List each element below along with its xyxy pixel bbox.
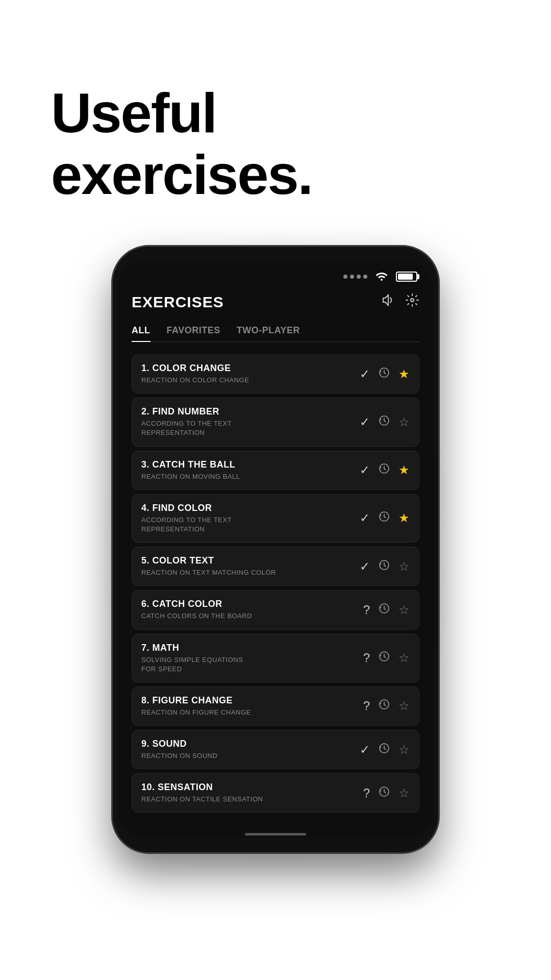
exercise-actions-7: ? ☆: [363, 650, 410, 666]
exercise-item-4[interactable]: 4. FIND COLOR ACCORDING TO THE TEXTREPRE…: [132, 494, 419, 543]
battery-fill: [398, 274, 413, 280]
home-indicator: [117, 827, 434, 839]
favorite-icon-6[interactable]: ☆: [398, 603, 410, 617]
page-title: Useful exercises.: [51, 82, 500, 205]
status-question-icon-8: ?: [363, 699, 370, 713]
exercise-text-3: 3. CATCH THE BALL REACTION ON MOVING BAL…: [141, 459, 354, 481]
page-header: Useful exercises.: [0, 0, 551, 246]
wifi-icon: [374, 270, 389, 284]
app-title: EXERCISES: [132, 293, 224, 311]
history-icon-7[interactable]: [378, 650, 390, 666]
exercise-name-6: 6. CATCH COLOR: [141, 599, 357, 609]
exercise-item-9[interactable]: 9. SOUND REACTION ON SOUND ✓: [132, 730, 419, 769]
exercise-item-7[interactable]: 7. MATH SOLVING SIMPLE EQUATIONSFOR SPEE…: [132, 634, 419, 682]
status-check-icon-9: ✓: [360, 743, 370, 757]
exercise-actions-6: ? ☆: [363, 602, 410, 618]
exercise-desc-6: CATCH COLORS ON THE BOARD: [141, 611, 357, 621]
history-icon-3[interactable]: [378, 462, 390, 478]
favorite-icon-3[interactable]: ★: [398, 463, 410, 477]
favorite-icon-10[interactable]: ☆: [398, 786, 410, 800]
home-bar: [245, 833, 306, 836]
exercise-desc-5: REACTION ON TEXT MATCHING COLOR: [141, 568, 354, 577]
favorite-icon-4[interactable]: ★: [398, 511, 410, 525]
history-icon-2[interactable]: [378, 414, 390, 430]
exercise-item-1[interactable]: 1. COLOR CHANGE REACTION ON COLOR CHANGE…: [132, 354, 419, 394]
history-icon-10[interactable]: [378, 786, 390, 801]
exercise-list: 1. COLOR CHANGE REACTION ON COLOR CHANGE…: [132, 354, 419, 813]
history-icon-4[interactable]: [378, 510, 390, 526]
exercise-name-5: 5. COLOR TEXT: [141, 555, 354, 566]
tab-two-player[interactable]: TWO-PLAYER: [237, 325, 300, 342]
history-icon-1[interactable]: [378, 366, 390, 382]
signal-dot-4: [363, 275, 367, 279]
exercise-item-10[interactable]: 10. SENSATION REACTION ON TACTILE SENSAT…: [132, 773, 419, 813]
exercise-desc-10: REACTION ON TACTILE SENSATION: [141, 795, 357, 804]
tab-all[interactable]: ALL: [132, 325, 151, 342]
history-icon-6[interactable]: [378, 602, 390, 618]
exercise-desc-1: REACTION ON COLOR CHANGE: [141, 376, 354, 385]
app-header-bar: EXERCISES: [132, 293, 419, 311]
favorite-icon-5[interactable]: ☆: [398, 559, 410, 574]
exercise-text-9: 9. SOUND REACTION ON SOUND: [141, 739, 354, 761]
settings-icon[interactable]: [405, 293, 419, 311]
favorite-icon-2[interactable]: ☆: [398, 415, 410, 429]
status-bar: [117, 260, 434, 288]
exercise-actions-10: ? ☆: [363, 786, 410, 801]
history-icon-5[interactable]: [378, 559, 390, 574]
signal-dot-2: [350, 275, 354, 279]
status-check-icon-2: ✓: [360, 415, 370, 429]
sound-icon[interactable]: [381, 293, 395, 311]
phone-mockup: EXERCISES: [102, 246, 449, 853]
exercise-item-5[interactable]: 5. COLOR TEXT REACTION ON TEXT MATCHING …: [132, 547, 419, 586]
app-content: EXERCISES: [117, 288, 434, 827]
exercise-text-6: 6. CATCH COLOR CATCH COLORS ON THE BOARD: [141, 599, 357, 621]
exercise-actions-4: ✓ ★: [360, 510, 410, 526]
header-icons: [381, 293, 419, 311]
exercise-actions-1: ✓ ★: [360, 366, 410, 382]
status-check-icon-5: ✓: [360, 559, 370, 574]
phone-screen: EXERCISES: [117, 260, 434, 839]
status-check-icon-3: ✓: [360, 463, 370, 477]
exercise-name-8: 8. FIGURE CHANGE: [141, 695, 357, 706]
exercise-item-6[interactable]: 6. CATCH COLOR CATCH COLORS ON THE BOARD…: [132, 590, 419, 629]
exercise-actions-9: ✓ ☆: [360, 742, 410, 757]
favorite-icon-8[interactable]: ☆: [398, 699, 410, 713]
status-question-icon-6: ?: [363, 603, 370, 617]
exercise-actions-2: ✓ ☆: [360, 414, 410, 430]
exercise-text-10: 10. SENSATION REACTION ON TACTILE SENSAT…: [141, 782, 357, 804]
exercise-name-9: 9. SOUND: [141, 739, 354, 749]
tab-favorites[interactable]: FAVORITES: [167, 325, 220, 342]
exercise-actions-8: ? ☆: [363, 698, 410, 714]
exercise-desc-7: SOLVING SIMPLE EQUATIONSFOR SPEED: [141, 655, 357, 674]
exercise-name-7: 7. MATH: [141, 643, 357, 653]
exercise-item-8[interactable]: 8. FIGURE CHANGE REACTION ON FIGURE CHAN…: [132, 687, 419, 726]
exercise-text-8: 8. FIGURE CHANGE REACTION ON FIGURE CHAN…: [141, 695, 357, 717]
status-check-icon-1: ✓: [360, 367, 370, 381]
status-question-icon-10: ?: [363, 786, 370, 800]
tab-bar: ALL FAVORITES TWO-PLAYER: [132, 325, 419, 342]
exercise-name-2: 2. FIND NUMBER: [141, 406, 354, 417]
exercise-text-7: 7. MATH SOLVING SIMPLE EQUATIONSFOR SPEE…: [141, 643, 357, 674]
status-check-icon-4: ✓: [360, 511, 370, 525]
svg-point-0: [411, 299, 414, 302]
status-question-icon-7: ?: [363, 651, 370, 665]
history-icon-8[interactable]: [378, 698, 390, 714]
exercise-desc-4: ACCORDING TO THE TEXTREPRESENTATION: [141, 516, 354, 534]
history-icon-9[interactable]: [378, 742, 390, 757]
battery-icon: [396, 272, 417, 282]
favorite-icon-1[interactable]: ★: [398, 367, 410, 381]
signal-dot-1: [343, 275, 347, 279]
favorite-icon-7[interactable]: ☆: [398, 651, 410, 665]
exercise-item-3[interactable]: 3. CATCH THE BALL REACTION ON MOVING BAL…: [132, 451, 419, 490]
exercise-text-2: 2. FIND NUMBER ACCORDING TO THE TEXTREPR…: [141, 406, 354, 437]
exercise-desc-2: ACCORDING TO THE TEXTREPRESENTATION: [141, 419, 354, 437]
exercise-text-1: 1. COLOR CHANGE REACTION ON COLOR CHANGE: [141, 363, 354, 385]
exercise-item-2[interactable]: 2. FIND NUMBER ACCORDING TO THE TEXTREPR…: [132, 398, 419, 446]
exercise-desc-8: REACTION ON FIGURE CHANGE: [141, 708, 357, 717]
exercise-actions-3: ✓ ★: [360, 462, 410, 478]
exercise-name-3: 3. CATCH THE BALL: [141, 459, 354, 470]
signal-dot-3: [357, 275, 361, 279]
exercise-text-4: 4. FIND COLOR ACCORDING TO THE TEXTREPRE…: [141, 503, 354, 534]
exercise-text-5: 5. COLOR TEXT REACTION ON TEXT MATCHING …: [141, 555, 354, 577]
favorite-icon-9[interactable]: ☆: [398, 743, 410, 757]
